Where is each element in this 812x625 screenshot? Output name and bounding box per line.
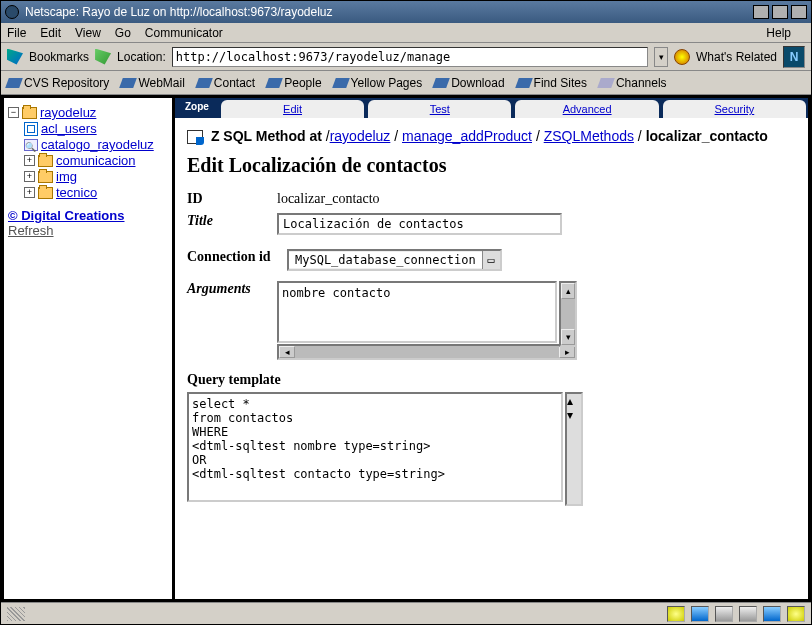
bookmark-icon: [432, 78, 450, 88]
scrollbar-vertical[interactable]: ▴▾: [559, 281, 577, 347]
breadcrumb-link[interactable]: ZSQLMethods: [544, 128, 634, 144]
tree-root-label[interactable]: rayodeluz: [40, 105, 96, 120]
bookmark-icon: [265, 78, 283, 88]
catalog-icon: [24, 139, 38, 151]
tree-item-catalog[interactable]: catalogo_rayodeluz: [8, 137, 168, 152]
quicklink-people[interactable]: People: [267, 76, 321, 90]
window-title: Netscape: Rayo de Luz on http://localhos…: [25, 5, 333, 19]
breadcrumb-current: localizar_contacto: [646, 128, 768, 144]
channels-icon: [597, 78, 615, 88]
scrollbar-vertical[interactable]: ▴▾: [565, 392, 583, 506]
main-pane: Zope Edit Test Advanced Security Z SQL M…: [175, 98, 808, 599]
breadcrumb-link[interactable]: manage_addProduct: [402, 128, 532, 144]
location-dropdown-button[interactable]: ▾: [654, 47, 668, 67]
status-icon[interactable]: [787, 606, 805, 622]
location-label: Location:: [117, 50, 166, 64]
status-icon[interactable]: [763, 606, 781, 622]
zope-logo: Zope: [175, 98, 219, 118]
breadcrumb-prefix: Z SQL Method at: [211, 128, 326, 144]
netscape-logo: N: [783, 46, 805, 68]
connection-select[interactable]: MySQL_database_connection ▭: [287, 249, 502, 271]
digital-creations-link[interactable]: © Digital Creations: [8, 208, 168, 223]
tree-item-label[interactable]: catalogo_rayodeluz: [41, 137, 154, 152]
app-icon: [5, 5, 19, 19]
bookmarks-icon[interactable]: [7, 49, 23, 65]
menu-help[interactable]: Help: [766, 26, 791, 40]
quicklink-findsites[interactable]: Find Sites: [517, 76, 587, 90]
arguments-label: Arguments: [187, 281, 277, 297]
title-input[interactable]: [277, 213, 562, 235]
window-close-button[interactable]: [791, 5, 807, 19]
menu-go[interactable]: Go: [115, 26, 131, 40]
scrollbar-horizontal[interactable]: ◂▸: [277, 344, 577, 360]
bookmark-icon: [515, 78, 533, 88]
bookmarks-label[interactable]: Bookmarks: [29, 50, 89, 64]
collapse-icon[interactable]: −: [8, 107, 19, 118]
status-icon[interactable]: [691, 606, 709, 622]
tree-item-tecnico[interactable]: + tecnico: [8, 185, 168, 200]
query-template-label: Query template: [187, 372, 796, 388]
window-minimize-button[interactable]: [753, 5, 769, 19]
expand-icon[interactable]: +: [24, 171, 35, 182]
tree-item-label[interactable]: img: [56, 169, 77, 184]
location-icon: [95, 49, 111, 65]
refresh-link[interactable]: Refresh: [8, 223, 168, 238]
menu-file[interactable]: File: [7, 26, 26, 40]
id-value: localizar_contacto: [277, 191, 380, 207]
connection-label: Connection id: [187, 249, 287, 265]
bookmark-icon: [195, 78, 213, 88]
quicklink-channels[interactable]: Channels: [599, 76, 667, 90]
menu-communicator[interactable]: Communicator: [145, 26, 223, 40]
quicklink-cvs[interactable]: CVS Repository: [7, 76, 109, 90]
query-template-textarea[interactable]: select * from contactos WHERE <dtml-sqlt…: [187, 392, 563, 502]
tree-item-label[interactable]: tecnico: [56, 185, 97, 200]
quicklink-yellowpages[interactable]: Yellow Pages: [334, 76, 423, 90]
whats-related-label[interactable]: What's Related: [696, 50, 777, 64]
location-toolbar: Bookmarks Location: ▾ What's Related N: [1, 43, 811, 71]
connection-value: MySQL_database_connection: [289, 252, 482, 268]
dropdown-icon[interactable]: ▭: [482, 251, 500, 269]
tab-security[interactable]: Security: [663, 100, 806, 118]
expand-icon[interactable]: +: [24, 155, 35, 166]
arguments-textarea[interactable]: nombre contacto: [277, 281, 557, 343]
status-icon[interactable]: [715, 606, 733, 622]
tree-pane: − rayodeluz acl_users catalogo_rayodeluz…: [4, 98, 172, 599]
bookmark-icon: [332, 78, 350, 88]
menubar: File Edit View Go Communicator Help: [1, 23, 811, 43]
tree-item-label[interactable]: comunicacion: [56, 153, 136, 168]
breadcrumb-link[interactable]: rayodeluz: [330, 128, 391, 144]
menu-edit[interactable]: Edit: [40, 26, 61, 40]
status-icon[interactable]: [667, 606, 685, 622]
tree-item-acl[interactable]: acl_users: [8, 121, 168, 136]
tab-edit[interactable]: Edit: [221, 100, 364, 118]
tab-test[interactable]: Test: [368, 100, 511, 118]
id-label: ID: [187, 191, 277, 207]
status-icon[interactable]: [739, 606, 757, 622]
tree-root[interactable]: − rayodeluz: [8, 105, 168, 120]
title-label: Title: [187, 213, 277, 229]
expand-icon[interactable]: +: [24, 187, 35, 198]
folder-icon: [38, 187, 53, 199]
tree-item-img[interactable]: + img: [8, 169, 168, 184]
breadcrumb: Z SQL Method at /rayodeluz / manage_addP…: [187, 128, 796, 144]
location-input[interactable]: [172, 47, 648, 67]
window-maximize-button[interactable]: [772, 5, 788, 19]
bookmark-icon: [5, 78, 23, 88]
bookmark-icon: [120, 78, 138, 88]
tree-item-comunicacion[interactable]: + comunicacion: [8, 153, 168, 168]
quicklink-download[interactable]: Download: [434, 76, 504, 90]
statusbar-grip: [7, 607, 25, 621]
menu-view[interactable]: View: [75, 26, 101, 40]
whats-related-icon[interactable]: [674, 49, 690, 65]
folder-icon: [38, 171, 53, 183]
tab-advanced[interactable]: Advanced: [515, 100, 658, 118]
folder-icon: [22, 107, 37, 119]
quicklink-webmail[interactable]: WebMail: [121, 76, 184, 90]
personal-toolbar: CVS Repository WebMail Contact People Ye…: [1, 71, 811, 95]
titlebar: Netscape: Rayo de Luz on http://localhos…: [1, 1, 811, 23]
zsql-icon: [187, 130, 203, 144]
quicklink-contact[interactable]: Contact: [197, 76, 255, 90]
page-title: Edit Localización de contactos: [187, 154, 796, 177]
folder-icon: [38, 155, 53, 167]
tree-item-label[interactable]: acl_users: [41, 121, 97, 136]
